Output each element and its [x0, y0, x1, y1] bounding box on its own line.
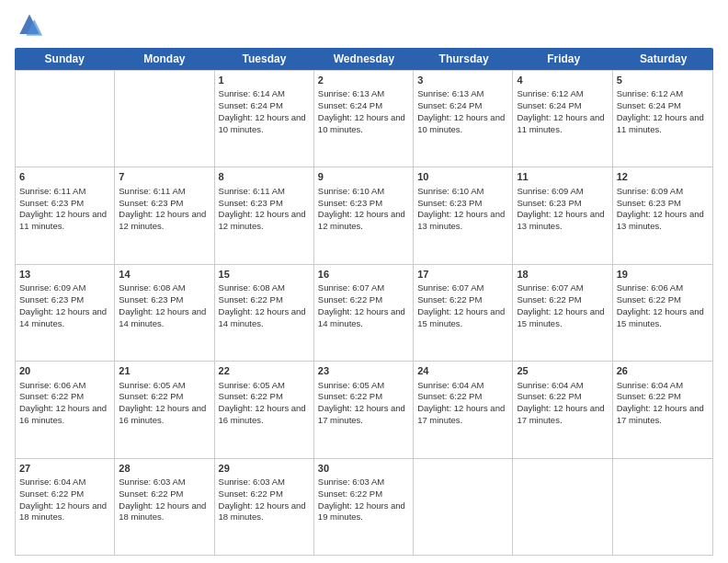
day-number: 5 [617, 74, 709, 86]
day-info: Sunrise: 6:03 AM Sunset: 6:22 PM Dayligh… [318, 477, 409, 523]
day-number: 24 [417, 364, 508, 377]
table-row: 17Sunrise: 6:07 AM Sunset: 6:22 PM Dayli… [414, 265, 513, 361]
table-row: 23Sunrise: 6:05 AM Sunset: 6:22 PM Dayli… [314, 362, 414, 457]
day-info: Sunrise: 6:03 AM Sunset: 6:22 PM Dayligh… [219, 477, 310, 523]
day-info: Sunrise: 6:06 AM Sunset: 6:22 PM Dayligh… [617, 282, 709, 329]
day-header-monday: Monday [115, 48, 215, 70]
table-row: 1Sunrise: 6:14 AM Sunset: 6:24 PM Daylig… [215, 71, 314, 167]
header [15, 11, 713, 40]
day-info: Sunrise: 6:04 AM Sunset: 6:22 PM Dayligh… [19, 477, 110, 523]
day-number: 16 [318, 268, 409, 281]
day-info: Sunrise: 6:07 AM Sunset: 6:22 PM Dayligh… [318, 282, 409, 329]
table-row: 9Sunrise: 6:10 AM Sunset: 6:23 PM Daylig… [314, 167, 414, 263]
day-info: Sunrise: 6:05 AM Sunset: 6:22 PM Dayligh… [219, 380, 310, 427]
table-row: 20Sunrise: 6:06 AM Sunset: 6:22 PM Dayli… [16, 362, 115, 457]
day-info: Sunrise: 6:07 AM Sunset: 6:22 PM Dayligh… [517, 282, 608, 329]
day-number: 15 [219, 268, 310, 281]
table-row: 6Sunrise: 6:11 AM Sunset: 6:23 PM Daylig… [16, 167, 115, 263]
table-row: 5Sunrise: 6:12 AM Sunset: 6:24 PM Daylig… [613, 71, 712, 167]
table-row [513, 459, 612, 555]
day-number: 28 [119, 462, 210, 475]
day-info: Sunrise: 6:11 AM Sunset: 6:23 PM Dayligh… [119, 186, 210, 233]
page: SundayMondayTuesdayWednesdayThursdayFrid… [0, 0, 728, 563]
day-header-thursday: Thursday [414, 48, 514, 70]
table-row [16, 71, 115, 167]
day-header-friday: Friday [514, 48, 614, 70]
day-number: 19 [617, 268, 709, 281]
day-info: Sunrise: 6:09 AM Sunset: 6:23 PM Dayligh… [19, 282, 110, 329]
day-info: Sunrise: 6:10 AM Sunset: 6:23 PM Dayligh… [318, 186, 409, 233]
day-number: 29 [219, 462, 310, 475]
table-row: 19Sunrise: 6:06 AM Sunset: 6:22 PM Dayli… [613, 265, 712, 361]
day-info: Sunrise: 6:04 AM Sunset: 6:22 PM Dayligh… [617, 380, 709, 427]
day-info: Sunrise: 6:12 AM Sunset: 6:24 PM Dayligh… [517, 88, 608, 135]
day-info: Sunrise: 6:09 AM Sunset: 6:23 PM Dayligh… [517, 186, 608, 233]
day-info: Sunrise: 6:04 AM Sunset: 6:22 PM Dayligh… [517, 380, 608, 427]
table-row: 7Sunrise: 6:11 AM Sunset: 6:23 PM Daylig… [115, 167, 214, 263]
table-row: 26Sunrise: 6:04 AM Sunset: 6:22 PM Dayli… [613, 362, 712, 457]
day-number: 14 [119, 268, 210, 281]
day-info: Sunrise: 6:08 AM Sunset: 6:22 PM Dayligh… [219, 282, 310, 329]
table-row: 28Sunrise: 6:03 AM Sunset: 6:22 PM Dayli… [115, 459, 214, 555]
logo [15, 11, 48, 40]
day-number: 22 [219, 364, 310, 377]
table-row: 30Sunrise: 6:03 AM Sunset: 6:22 PM Dayli… [314, 459, 414, 555]
day-info: Sunrise: 6:11 AM Sunset: 6:23 PM Dayligh… [19, 186, 110, 233]
table-row: 3Sunrise: 6:13 AM Sunset: 6:24 PM Daylig… [414, 71, 513, 167]
day-info: Sunrise: 6:07 AM Sunset: 6:22 PM Dayligh… [417, 282, 508, 329]
day-header-saturday: Saturday [613, 48, 713, 70]
day-info: Sunrise: 6:12 AM Sunset: 6:24 PM Dayligh… [617, 88, 709, 135]
day-number: 4 [517, 74, 608, 86]
day-number: 30 [318, 462, 409, 475]
table-row: 12Sunrise: 6:09 AM Sunset: 6:23 PM Dayli… [613, 167, 712, 263]
logo-icon [15, 11, 44, 40]
calendar-row-0: 1Sunrise: 6:14 AM Sunset: 6:24 PM Daylig… [16, 70, 712, 167]
table-row [115, 71, 214, 167]
day-number: 7 [119, 170, 210, 183]
table-row: 22Sunrise: 6:05 AM Sunset: 6:22 PM Dayli… [215, 362, 314, 457]
day-number: 17 [417, 268, 508, 281]
calendar-row-3: 20Sunrise: 6:06 AM Sunset: 6:22 PM Dayli… [16, 361, 712, 457]
day-info: Sunrise: 6:09 AM Sunset: 6:23 PM Dayligh… [617, 186, 709, 233]
calendar: SundayMondayTuesdayWednesdayThursdayFrid… [15, 48, 713, 556]
day-header-wednesday: Wednesday [314, 48, 415, 70]
day-number: 25 [517, 364, 608, 377]
day-number: 26 [617, 364, 709, 377]
table-row: 27Sunrise: 6:04 AM Sunset: 6:22 PM Dayli… [16, 459, 115, 555]
table-row: 2Sunrise: 6:13 AM Sunset: 6:24 PM Daylig… [314, 71, 414, 167]
table-row: 4Sunrise: 6:12 AM Sunset: 6:24 PM Daylig… [513, 71, 612, 167]
day-info: Sunrise: 6:13 AM Sunset: 6:24 PM Dayligh… [318, 88, 409, 135]
day-info: Sunrise: 6:13 AM Sunset: 6:24 PM Dayligh… [417, 88, 508, 135]
table-row: 13Sunrise: 6:09 AM Sunset: 6:23 PM Dayli… [16, 265, 115, 361]
table-row: 21Sunrise: 6:05 AM Sunset: 6:22 PM Dayli… [115, 362, 214, 457]
day-number: 10 [417, 170, 508, 183]
day-number: 21 [119, 364, 210, 377]
calendar-row-2: 13Sunrise: 6:09 AM Sunset: 6:23 PM Dayli… [16, 264, 712, 361]
day-header-tuesday: Tuesday [214, 48, 314, 70]
calendar-row-4: 27Sunrise: 6:04 AM Sunset: 6:22 PM Dayli… [16, 458, 712, 555]
day-number: 8 [219, 170, 310, 183]
table-row [613, 459, 712, 555]
day-info: Sunrise: 6:10 AM Sunset: 6:23 PM Dayligh… [417, 186, 508, 233]
day-info: Sunrise: 6:03 AM Sunset: 6:22 PM Dayligh… [119, 477, 210, 523]
day-number: 1 [219, 74, 310, 86]
table-row: 25Sunrise: 6:04 AM Sunset: 6:22 PM Dayli… [513, 362, 612, 457]
table-row: 24Sunrise: 6:04 AM Sunset: 6:22 PM Dayli… [414, 362, 513, 457]
day-info: Sunrise: 6:14 AM Sunset: 6:24 PM Dayligh… [219, 88, 310, 135]
table-row: 18Sunrise: 6:07 AM Sunset: 6:22 PM Dayli… [513, 265, 612, 361]
table-row: 16Sunrise: 6:07 AM Sunset: 6:22 PM Dayli… [314, 265, 414, 361]
table-row: 10Sunrise: 6:10 AM Sunset: 6:23 PM Dayli… [414, 167, 513, 263]
day-header-sunday: Sunday [15, 48, 115, 70]
table-row: 29Sunrise: 6:03 AM Sunset: 6:22 PM Dayli… [215, 459, 314, 555]
table-row: 14Sunrise: 6:08 AM Sunset: 6:23 PM Dayli… [115, 265, 214, 361]
day-number: 23 [318, 364, 409, 377]
day-number: 3 [417, 74, 508, 86]
day-info: Sunrise: 6:05 AM Sunset: 6:22 PM Dayligh… [119, 380, 210, 427]
day-number: 2 [318, 74, 409, 86]
day-info: Sunrise: 6:05 AM Sunset: 6:22 PM Dayligh… [318, 380, 409, 427]
day-info: Sunrise: 6:06 AM Sunset: 6:22 PM Dayligh… [19, 380, 110, 427]
day-number: 20 [19, 364, 110, 377]
day-number: 12 [617, 170, 709, 183]
day-number: 18 [517, 268, 608, 281]
table-row: 11Sunrise: 6:09 AM Sunset: 6:23 PM Dayli… [513, 167, 612, 263]
